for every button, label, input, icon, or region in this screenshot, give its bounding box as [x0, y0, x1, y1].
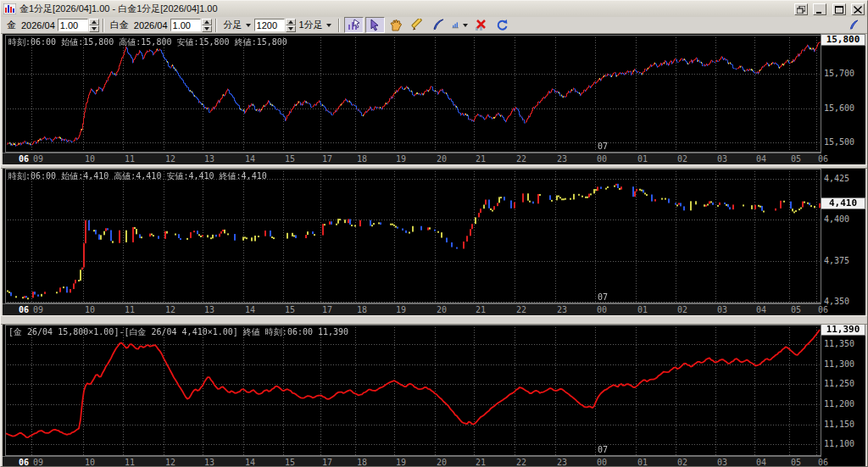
- cascade-windows-button[interactable]: [794, 3, 808, 15]
- pencil-tool-button[interactable]: [408, 17, 427, 33]
- time-tick-label: 15: [285, 154, 295, 164]
- time-tick-label: 04: [756, 305, 766, 314]
- chevron-down-icon: [246, 24, 251, 27]
- time-tick-label: 22: [516, 305, 526, 314]
- time-tick-label: 22: [516, 154, 526, 164]
- time-tick-label: 19: [396, 154, 406, 164]
- chart-window: 金1分足[2026/04]1.00 - 白金1分足[2026/04]1.00 金…: [0, 0, 868, 467]
- time-tick-label: 20: [437, 458, 447, 467]
- time-tick-label: 03: [717, 305, 727, 314]
- date-label: 07: [598, 445, 608, 454]
- price-axis-label: 11,150: [821, 420, 865, 429]
- select-arrow-tool-button[interactable]: [365, 17, 385, 33]
- time-tick-label: 00: [597, 458, 607, 467]
- date-label: 07: [598, 292, 608, 302]
- time-tick-label: 17: [322, 154, 332, 164]
- gold-multiplier-spinner[interactable]: [89, 19, 99, 32]
- platinum-candle-chart[interactable]: [5, 169, 821, 303]
- time-tick-label: 09: [33, 305, 43, 314]
- time-tick-label: 20: [437, 305, 447, 314]
- time-tick-label: 02: [677, 305, 687, 314]
- select-arrow-icon: [368, 19, 381, 31]
- time-tick-label: 10: [85, 154, 95, 164]
- chevron-down-icon: [463, 24, 468, 27]
- price-axis-label: 15,700: [821, 69, 865, 78]
- time-axis: 0609101112131415171819202122230001020304…: [3, 456, 821, 466]
- time-tick-label: 01: [637, 305, 648, 314]
- spread-panel-info: [金 26/04 15,800×1.00]-[白金 26/04 4,410×1.…: [8, 326, 348, 338]
- hand-icon: [389, 19, 403, 31]
- time-tick-label: 06: [818, 154, 828, 164]
- time-tick-label: 00: [597, 154, 607, 164]
- time-axis: 0609101112131415171819202122230001020304…: [3, 153, 821, 164]
- time-tick-label: 21: [476, 154, 486, 164]
- date-label: 07: [598, 142, 608, 151]
- spread-line-chart[interactable]: [5, 325, 821, 456]
- bar-chart-menu-button[interactable]: [450, 17, 470, 33]
- bar-count-input[interactable]: [254, 19, 285, 31]
- time-tick-label: 14: [245, 154, 255, 164]
- time-tick-label: 14: [245, 458, 255, 467]
- time-tick-label: 00: [597, 305, 607, 314]
- platinum-multiplier-input[interactable]: [170, 19, 201, 31]
- current-price-box: 4,410: [821, 197, 865, 209]
- gold-multiplier-input[interactable]: [58, 19, 88, 31]
- platinum-label: 白金: [110, 19, 129, 31]
- time-tick-label: 19: [396, 305, 406, 314]
- bar-type-dropdown[interactable]: 分足: [221, 18, 253, 32]
- titlebar: 金1分足[2026/04]1.00 - 白金1分足[2026/04]1.00: [1, 1, 867, 17]
- toolbar-separator: [103, 19, 104, 32]
- gold-candle-chart[interactable]: [5, 35, 821, 153]
- minimize-button[interactable]: [813, 3, 826, 15]
- spinner-up-icon: [288, 20, 293, 24]
- gold-label: 金: [7, 19, 16, 31]
- time-tick-label: 11: [125, 154, 135, 164]
- minimize-icon: [815, 6, 824, 14]
- time-tick-label: 15: [285, 458, 295, 467]
- refresh-button[interactable]: [492, 17, 512, 33]
- time-tick-label: 12: [165, 305, 175, 314]
- chart-cursor-tool-button[interactable]: [344, 17, 364, 33]
- price-axis-label: 4,375: [821, 256, 865, 265]
- cascade-icon: [797, 6, 805, 14]
- memo-quill-button[interactable]: [843, 17, 863, 33]
- interval-dropdown[interactable]: 1分足: [297, 18, 334, 32]
- time-tick-label: 12: [165, 458, 175, 467]
- spinner-down-icon: [92, 27, 97, 31]
- delete-drawing-button[interactable]: [471, 17, 491, 33]
- time-tick-label: 10: [85, 458, 95, 467]
- price-axis-label: 15,500: [821, 137, 865, 147]
- delete-x-icon: [474, 19, 487, 31]
- time-tick-label: 04: [756, 154, 766, 164]
- quill-draw-tool-button[interactable]: [429, 17, 448, 33]
- platinum-contract-month: 2026/04: [134, 20, 168, 31]
- time-tick-label: 22: [516, 458, 526, 467]
- time-tick-label: 13: [204, 154, 214, 164]
- close-button[interactable]: [851, 3, 865, 15]
- window-title: 金1分足[2026/04]1.00 - 白金1分足[2026/04]1.00: [19, 3, 793, 15]
- time-tick-label: 18: [357, 305, 367, 314]
- time-tick-label: 10: [85, 305, 95, 314]
- time-tick-label: 03: [717, 458, 727, 467]
- time-tick-label: 12: [165, 154, 175, 164]
- time-tick-label: 01: [637, 458, 648, 467]
- time-tick-label: 06: [19, 305, 29, 314]
- toolbar-separator: [338, 19, 340, 32]
- price-axis-label: 4,400: [821, 214, 865, 224]
- price-axis-label: 11,250: [821, 379, 865, 388]
- time-tick-label: 02: [677, 458, 687, 467]
- time-tick-label: 15: [285, 305, 295, 314]
- time-tick-label: 23: [557, 154, 567, 164]
- platinum-multiplier-spinner[interactable]: [202, 19, 212, 32]
- maximize-button[interactable]: [832, 3, 846, 15]
- time-tick-label: 17: [322, 458, 332, 467]
- panel-separator: [1, 315, 868, 325]
- close-icon: [854, 6, 862, 14]
- hand-pan-tool-button[interactable]: [387, 17, 406, 33]
- price-axis-label: 11,200: [821, 399, 865, 409]
- bar-count-spinner[interactable]: [286, 19, 296, 32]
- time-tick-label: 09: [33, 154, 43, 164]
- time-tick-label: 09: [33, 458, 43, 467]
- gold-contract-month: 2026/04: [21, 20, 55, 31]
- spinner-up-icon: [92, 20, 97, 24]
